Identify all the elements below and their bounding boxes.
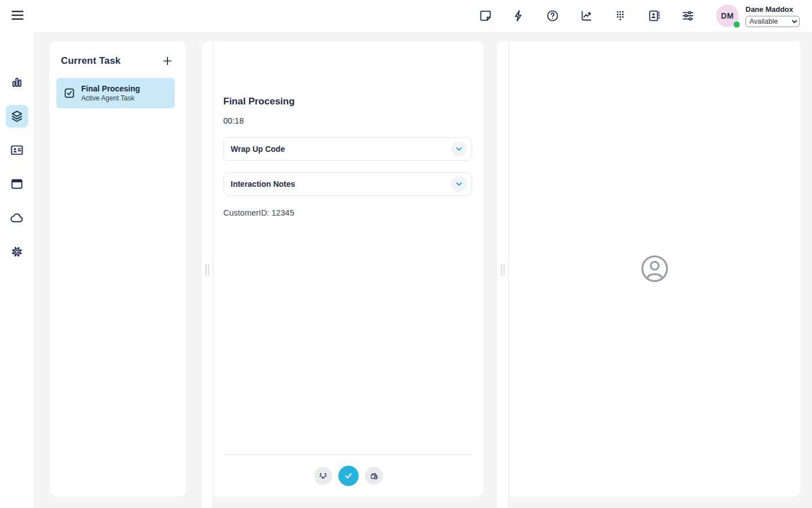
customer-id-text: CustomerID: 12345 [223,208,294,217]
profile-placeholder [639,253,670,287]
chevron-circle [451,141,467,157]
user-name: Dane Maddox [745,5,793,14]
wrap-up-code-accordion[interactable]: Wrap Up Code [223,137,472,161]
interaction-notes-accordion[interactable]: Interaction Notes [223,172,472,196]
wrap-up-code-label: Wrap Up Code [231,144,285,154]
work-panel-title: Final Procesing [223,96,295,107]
interactions-icon [10,109,24,124]
nav-interactions-button[interactable] [6,105,28,128]
transfer-button[interactable] [314,467,332,485]
nav-activity-button[interactable] [6,71,28,94]
transfer-icon [318,471,328,481]
dialpad-icon [614,9,627,23]
work-actions-bar [213,466,484,486]
nav-contact-card-button[interactable] [6,139,28,161]
complete-task-button[interactable] [338,466,359,486]
chevron-down-icon [454,179,464,189]
contact-card-icon [10,143,24,157]
plus-icon [161,55,174,67]
help-icon [546,9,559,23]
activity-icon [10,75,24,90]
notes-button[interactable] [475,6,496,26]
work-panel: Final Procesing 00:18 Wrap Up Code Inter… [213,41,484,497]
resize-handle[interactable] [205,264,209,276]
top-bar: DM Dane Maddox Available [0,0,812,32]
add-task-button[interactable] [160,54,175,68]
avatar-initials: DM [721,11,734,20]
interaction-notes-label: Interaction Notes [231,179,295,189]
account-circle-icon [639,253,670,284]
status-select[interactable]: Available [745,16,800,27]
nav-apps-button[interactable] [6,173,28,195]
nav-settings-button[interactable] [6,240,28,263]
nav-cloud-button[interactable] [6,207,28,229]
help-button[interactable] [542,6,563,26]
preferences-button[interactable] [678,6,698,26]
contacts-icon [647,9,661,23]
check-icon [343,470,354,481]
current-task-title: Current Task [61,55,121,67]
preferences-icon [681,9,695,23]
apps-window-icon [10,177,24,191]
user-avatar[interactable]: DM [716,5,739,27]
resize-handle[interactable] [501,264,505,276]
task-item-title: Final Procesing [81,84,140,93]
performance-button[interactable] [576,6,597,26]
profile-panel [509,41,801,497]
chevron-down-icon [454,144,464,154]
cloud-icon [10,211,24,225]
dialpad-button[interactable] [610,6,630,26]
task-timer: 00:18 [223,116,244,125]
status-dot [734,21,740,28]
left-nav-rail [0,32,34,508]
panel-resize-gutter-left [202,41,213,508]
contacts-button[interactable] [644,6,664,26]
current-task-panel: Current Task Final Procesing Active Agen… [50,41,186,497]
panel-resize-gutter-right [497,41,509,508]
quick-actions-icon [512,9,526,23]
task-item-subtitle: Active Agent Task [81,94,140,102]
hamburger-icon [10,7,25,23]
performance-icon [580,9,593,23]
park-interaction-button[interactable] [365,467,383,485]
task-list-item[interactable]: Final Procesing Active Agent Task [56,78,175,108]
notes-icon [479,9,492,23]
park-interaction-icon [369,471,379,481]
chevron-circle [451,176,467,192]
quick-actions-button[interactable] [509,6,529,26]
hamburger-menu-button[interactable] [8,7,27,25]
actions-divider [223,454,472,455]
settings-icon [10,244,24,259]
task-checkbox-icon [63,87,76,99]
